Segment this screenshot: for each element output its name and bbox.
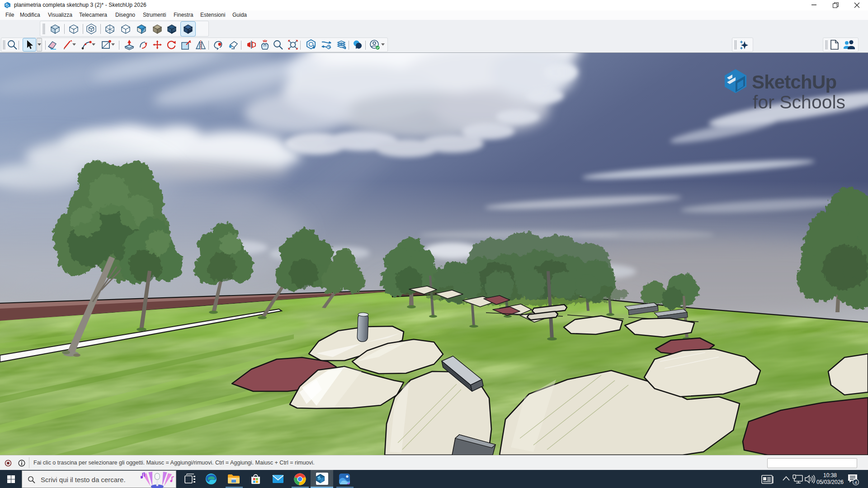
svg-text:for Schools: for Schools xyxy=(753,92,845,113)
svg-text:SketchUp: SketchUp xyxy=(752,71,836,93)
svg-text:4: 4 xyxy=(854,480,857,485)
